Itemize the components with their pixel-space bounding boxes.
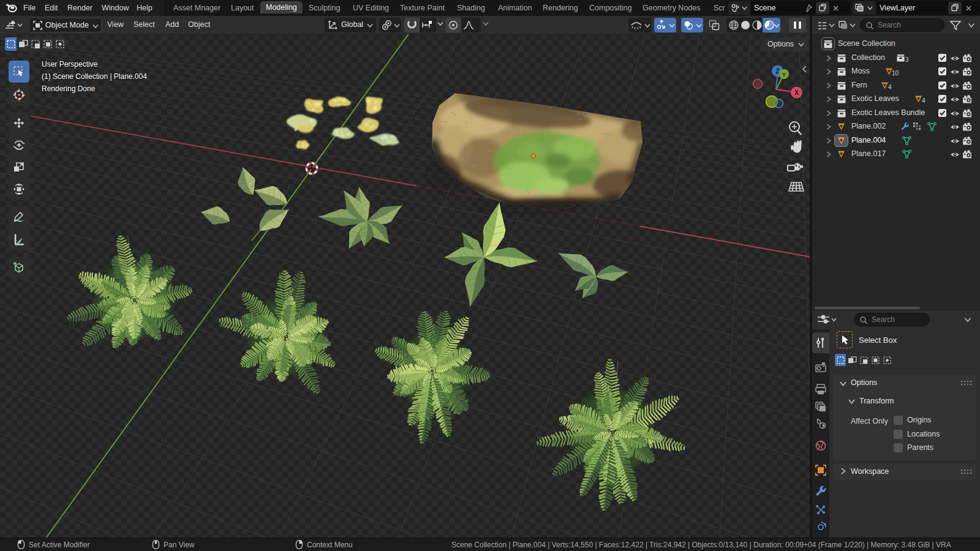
svg-text:Z: Z	[775, 68, 779, 75]
svg-text:Y: Y	[782, 71, 786, 78]
svg-text:X: X	[794, 89, 799, 96]
